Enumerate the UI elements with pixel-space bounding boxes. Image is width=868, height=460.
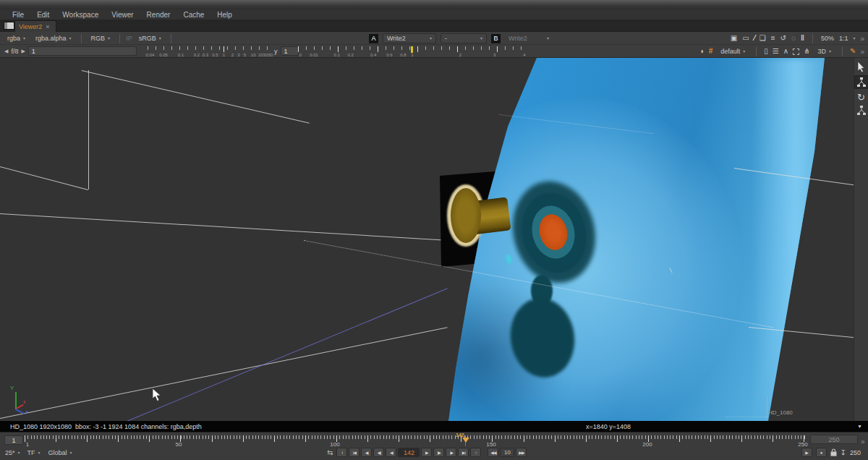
gain-slider-marker (224, 46, 224, 52)
step-forward-button[interactable]: |▶ (433, 448, 444, 457)
overflow-chevron[interactable]: » (860, 48, 864, 56)
playhead-marker[interactable] (462, 438, 469, 443)
jump-to-end-icon[interactable]: ↧ (841, 448, 846, 456)
next-keyframe-button[interactable]: ,▶ (446, 448, 456, 457)
flipbook-button[interactable]: ▶ (801, 448, 812, 457)
pane-icon[interactable] (4, 22, 14, 30)
node-tree-tool-icon[interactable] (856, 106, 867, 115)
gamma-slider[interactable]: 0 0.01 0.1 0.2 0.4 0.6 0.8 1 2 3 4 (298, 46, 527, 57)
select-tool-icon[interactable] (856, 61, 866, 72)
stack-icon[interactable]: ❏ (760, 35, 766, 42)
snapshot-icon[interactable]: ▯ (764, 48, 768, 55)
annotate-pen-icon[interactable]: ✎ (850, 48, 856, 55)
menu-viewer[interactable]: Viewer (105, 11, 140, 19)
gain-tick: 50 (268, 53, 273, 57)
ruler-label: 1 (26, 441, 29, 448)
colorspace-dropdown[interactable]: sRGB ▾ (135, 33, 165, 43)
gamma-tick: 0.1 (334, 53, 340, 57)
marquee-icon[interactable] (793, 48, 799, 55)
gain-next-icon[interactable]: ▶ (21, 48, 25, 54)
timeline-overflow-chevron[interactable]: » (861, 438, 865, 446)
spotlight-icon[interactable]: ◗ (700, 48, 705, 55)
rotate-tool-icon[interactable]: ↻ (857, 92, 865, 103)
pause-icon[interactable]: ‖ (801, 35, 804, 42)
menu-render[interactable]: Render (140, 11, 177, 19)
gamma-input[interactable]: 1 (281, 46, 299, 56)
menu-file[interactable]: File (6, 11, 30, 19)
gain-input[interactable]: 1 (28, 46, 137, 56)
gain-tick: 0.05 (159, 53, 168, 57)
roi-icon[interactable]: ◌ (791, 35, 796, 42)
scanlines-icon[interactable]: ≡ (771, 35, 775, 42)
channels-dropdown[interactable]: rgba ▾ (4, 33, 29, 43)
wipe-mode-dropdown[interactable]: - ▾ (441, 33, 487, 43)
loop-button[interactable]: ○ (470, 448, 481, 457)
mark-in-button[interactable]: I (336, 448, 347, 457)
format-window-icon[interactable]: ▭ (742, 35, 749, 42)
pixel-coordinates: x=1840 y=1408 (586, 423, 631, 430)
gamma-label[interactable]: y (274, 48, 278, 55)
timecode-mode-value: TF (27, 449, 35, 456)
refresh-icon[interactable]: ↺ (780, 35, 786, 42)
gain-tick: 0.3 (203, 53, 208, 57)
gain-slider[interactable]: 0.04 0.05 0.1 0.2 0.3 0.5 1 2 3 5 10 20 … (148, 46, 271, 57)
viewer-canvas-3d[interactable]: HD_1080 Y x z (0, 58, 868, 421)
tab-close-icon[interactable]: × (46, 23, 49, 30)
lock-range-icon[interactable] (830, 448, 837, 456)
label: ▶ (425, 450, 428, 455)
prev-keyframe-button[interactable]: ◀, (361, 448, 372, 457)
label: I (342, 451, 343, 455)
playback-mode-icon[interactable]: ⇆ (327, 448, 333, 456)
current-frame-input[interactable]: 142 (398, 448, 420, 457)
gamma-tick: 0.4 (370, 53, 376, 57)
input-b-dropdown[interactable]: Write2 ▾ (505, 33, 553, 43)
last-frame-button[interactable]: ▶| (458, 448, 469, 457)
viewer-lock-dropdown[interactable]: default ▾ (717, 46, 749, 56)
lut-curve-icon[interactable]: ∧ (783, 48, 788, 55)
timeline-panel: 1 1 50 100 150 200 250 142 250 » 25* ▾ (0, 432, 868, 460)
display-window-icon[interactable]: ▣ (731, 35, 737, 42)
separator (81, 34, 82, 43)
channel-strip-icon[interactable]: ☰ (773, 48, 779, 55)
layer-dropdown[interactable]: rgba.alpha ▾ (32, 33, 75, 43)
play-backward-button[interactable]: ◀ (386, 448, 396, 457)
gain-label[interactable]: f/8 (11, 48, 18, 55)
overflow-chevron[interactable]: » (860, 35, 864, 43)
menu-workspace[interactable]: Workspace (56, 11, 105, 19)
status-dropdown-icon[interactable]: ▼ (857, 424, 862, 429)
pixel-aspect[interactable]: 1:1 (839, 35, 848, 42)
record-button[interactable]: ● (816, 448, 827, 457)
display-channel-dropdown[interactable]: RGB ▾ (88, 33, 114, 43)
input-a-badge: A (369, 34, 378, 43)
step-back-button[interactable]: ◀| (373, 448, 384, 457)
timecode-mode-dropdown[interactable]: TF ▾ (25, 448, 43, 458)
timeline-ruler[interactable]: 1 50 100 150 200 250 142 (0, 433, 807, 447)
scene-graph-tool-active[interactable] (854, 75, 868, 89)
input-process-toggle[interactable]: IP (126, 35, 132, 42)
nuke-window: File Edit Workspace Viewer Render Cache … (0, 0, 868, 460)
fps-dropdown[interactable]: 25* ▾ (3, 448, 22, 458)
gain-prev-icon[interactable]: ◀ (4, 48, 8, 54)
play-forward-button[interactable]: ▶ (421, 448, 432, 457)
label: |◀ (353, 450, 356, 455)
zoom-level[interactable]: 50% (821, 35, 834, 42)
input-b-badge: B (491, 34, 501, 43)
increment-button[interactable]: ▶▶ (516, 448, 527, 457)
wireframe-grid-icon[interactable]: # (709, 48, 713, 55)
first-frame-button[interactable]: |◀ (349, 448, 359, 457)
label: ○ (475, 451, 477, 455)
gamma-slider-handle[interactable] (411, 46, 413, 53)
menu-edit[interactable]: Edit (30, 11, 56, 19)
frame-increment-input[interactable]: 10 (500, 448, 514, 457)
gain-tick: 2 (231, 53, 234, 57)
view-mode-dropdown[interactable]: 3D ▾ (814, 46, 835, 56)
frame-range-dropdown[interactable]: Global ▾ (46, 448, 75, 458)
input-a-dropdown[interactable]: Write2 ▾ (383, 33, 436, 43)
range-end-input[interactable]: 250 (810, 435, 858, 444)
tab-viewer2[interactable]: Viewer2 × (14, 20, 56, 32)
menu-cache[interactable]: Cache (176, 11, 210, 19)
scene-graph-icon[interactable]: ⋔ (804, 48, 809, 55)
label: ● (820, 451, 822, 455)
menu-help[interactable]: Help (210, 11, 239, 19)
decrement-button[interactable]: ◀◀ (488, 448, 498, 457)
